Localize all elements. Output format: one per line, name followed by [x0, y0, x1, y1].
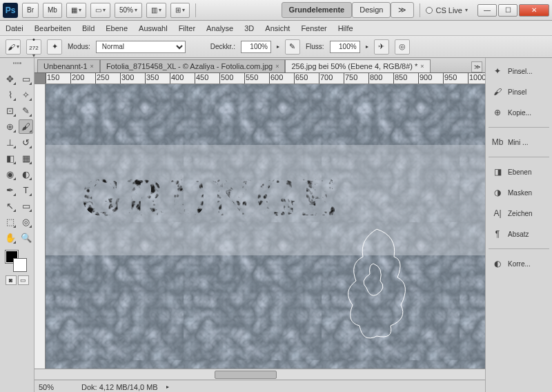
menu-3d[interactable]: 3D	[244, 24, 254, 32]
airbrush-icon[interactable]: ✈	[374, 39, 389, 55]
menu-bild[interactable]: Bild	[82, 24, 95, 32]
brush-preset-icon: ✦	[491, 65, 504, 77]
adjustments-icon: ◐	[491, 257, 504, 270]
menu-datei[interactable]: Datei	[6, 24, 23, 32]
minimize-button[interactable]: —	[477, 4, 497, 17]
close-icon[interactable]: ×	[275, 63, 279, 70]
photoshop-icon[interactable]: Ps	[3, 3, 18, 18]
menu-auswahl[interactable]: Auswahl	[139, 24, 168, 32]
blur-tool[interactable]: ◉	[3, 167, 17, 182]
blend-mode-select[interactable]: Normal	[96, 41, 186, 53]
menu-bearbeiten[interactable]: Bearbeiten	[34, 24, 71, 32]
close-icon[interactable]: ×	[420, 63, 424, 70]
tool-preset-picker[interactable]: 🖌	[6, 39, 21, 55]
vertical-ruler[interactable]	[34, 84, 46, 369]
minibridge-button[interactable]: Mb	[43, 3, 62, 18]
character-icon: A|	[491, 207, 504, 219]
panel-ebenen[interactable]: ◨Ebenen	[489, 163, 549, 181]
brush-tool[interactable]: 🖌	[19, 119, 33, 134]
panel-pinsel-voreinst[interactable]: ✦Pinsel...	[489, 62, 549, 80]
brush-panel-toggle[interactable]: ✦	[47, 39, 62, 55]
eyedropper-tool[interactable]: ✎	[19, 104, 33, 118]
shape-tool[interactable]: ▭	[19, 199, 33, 213]
extras-button[interactable]: ▥	[146, 3, 166, 18]
doc-tab-1[interactable]: Unbenannt-1×	[37, 59, 100, 72]
path-select-tool[interactable]: ↖	[3, 199, 17, 213]
menu-ansicht[interactable]: Ansicht	[265, 24, 290, 32]
background-swatch[interactable]	[14, 259, 26, 271]
workspace-grundelemente[interactable]: Grundelemente	[282, 2, 353, 18]
quick-mask-button[interactable]: ◙	[6, 275, 17, 285]
collapsed-panels: ✦Pinsel... 🖌Pinsel ⊕Kopie... MbMini ... …	[485, 58, 552, 392]
panel-kopierquelle[interactable]: ⊕Kopie...	[489, 104, 549, 121]
magic-wand-tool[interactable]: ✧	[19, 88, 33, 102]
bridge-button[interactable]: Br	[22, 3, 39, 18]
cslive-button[interactable]: CS Live	[426, 6, 468, 14]
menu-hilfe[interactable]: Hilfe	[338, 24, 353, 32]
type-tool[interactable]: T	[19, 183, 33, 197]
modus-label: Modus:	[68, 43, 90, 50]
tablet-opacity-icon[interactable]: ✎	[285, 39, 300, 55]
toolbox-grip[interactable]	[13, 62, 21, 69]
gradient-tool[interactable]: ▦	[19, 151, 33, 166]
guides-button[interactable]: ⊞	[170, 3, 190, 18]
status-dok[interactable]: Dok: 4,12 MB/14,0 MB	[81, 383, 158, 391]
3d-camera-tool[interactable]: ◎	[19, 215, 33, 229]
dodge-tool[interactable]: ◐	[19, 167, 33, 182]
workspace-design[interactable]: Design	[352, 2, 391, 18]
menubar: Datei Bearbeiten Bild Ebene Auswahl Filt…	[0, 21, 552, 36]
document-tabs: Unbenannt-1× Fotolia_8715458_XL - © Azal…	[34, 58, 485, 73]
workspace-more[interactable]: ≫	[391, 2, 414, 18]
lasso-tool[interactable]: ⌇	[3, 88, 17, 102]
panel-pinsel[interactable]: 🖌Pinsel	[489, 83, 549, 101]
panel-masken[interactable]: ◑Masken	[489, 184, 549, 202]
close-button[interactable]: ✕	[519, 4, 549, 17]
zoom-level-dropdown[interactable]: 50%	[115, 3, 142, 18]
eraser-tool[interactable]: ◧	[3, 151, 17, 166]
arrange-docs-button[interactable]: ▦	[66, 3, 86, 18]
close-icon[interactable]: ×	[90, 63, 94, 70]
color-swatches[interactable]	[1, 249, 32, 273]
doc-tab-2[interactable]: Fotolia_8715458_XL - © Azaliya - Fotolia…	[100, 59, 286, 72]
status-bar: 50% Dok: 4,12 MB/14,0 MB▸	[34, 380, 485, 392]
opacity-label: Deckkr.:	[210, 43, 235, 50]
tab-nav-more[interactable]: ≫	[471, 61, 482, 72]
menu-analyse[interactable]: Analyse	[206, 24, 233, 32]
scrollbar-thumb[interactable]	[215, 371, 277, 379]
stamp-tool[interactable]: ⊥	[3, 135, 17, 150]
healing-tool[interactable]: ⊕	[3, 119, 17, 134]
horizontal-scrollbar[interactable]	[34, 369, 485, 380]
history-brush-tool[interactable]: ↺	[19, 135, 33, 150]
crop-tool[interactable]: ⊡	[3, 104, 17, 118]
canvas[interactable]: GRUNGE	[46, 84, 485, 369]
horizontal-ruler[interactable]: 1502002503003504004505005506006507007508…	[46, 73, 485, 84]
options-bar: 🖌 •272 ✦ Modus: Normal Deckkr.: 100%▸ ✎ …	[0, 36, 552, 58]
move-tool[interactable]: ✥	[3, 72, 17, 86]
pen-tool[interactable]: ✒	[3, 183, 17, 197]
brush-preset-picker[interactable]: •272	[26, 39, 41, 55]
opacity-field[interactable]: 100%	[241, 41, 271, 53]
menu-fenster[interactable]: Fenster	[301, 24, 326, 32]
panel-minibridge[interactable]: MbMini ...	[489, 133, 549, 151]
panel-absatz[interactable]: ¶Absatz	[489, 225, 549, 243]
tablet-size-icon[interactable]: ◎	[395, 39, 410, 55]
clone-source-icon: ⊕	[491, 106, 504, 119]
doc-tab-3[interactable]: 256.jpg bei 50% (Ebene 4, RGB/8#) *×	[285, 59, 430, 72]
zoom-tool[interactable]: 🔍	[19, 231, 33, 245]
masks-icon: ◑	[491, 186, 504, 199]
3d-tool[interactable]: ⬚	[3, 215, 17, 229]
workspace-switcher: Grundelemente Design ≫	[282, 2, 415, 18]
marquee-tool[interactable]: ▭	[19, 72, 33, 86]
screen-mode-button[interactable]: ▭	[90, 3, 110, 18]
menu-filter[interactable]: Filter	[179, 24, 195, 32]
minibridge-icon: Mb	[491, 136, 504, 148]
menu-ebene[interactable]: Ebene	[106, 24, 128, 32]
layers-icon: ◨	[491, 166, 504, 178]
panel-korrekturen[interactable]: ◐Korre...	[489, 255, 549, 273]
maximize-button[interactable]: ☐	[498, 4, 518, 17]
panel-zeichen[interactable]: A|Zeichen	[489, 204, 549, 222]
screen-mode-cycle[interactable]: ▭	[18, 275, 29, 285]
hand-tool[interactable]: ✋	[3, 231, 17, 245]
flow-field[interactable]: 100%	[330, 41, 360, 53]
status-zoom[interactable]: 50%	[39, 383, 73, 391]
